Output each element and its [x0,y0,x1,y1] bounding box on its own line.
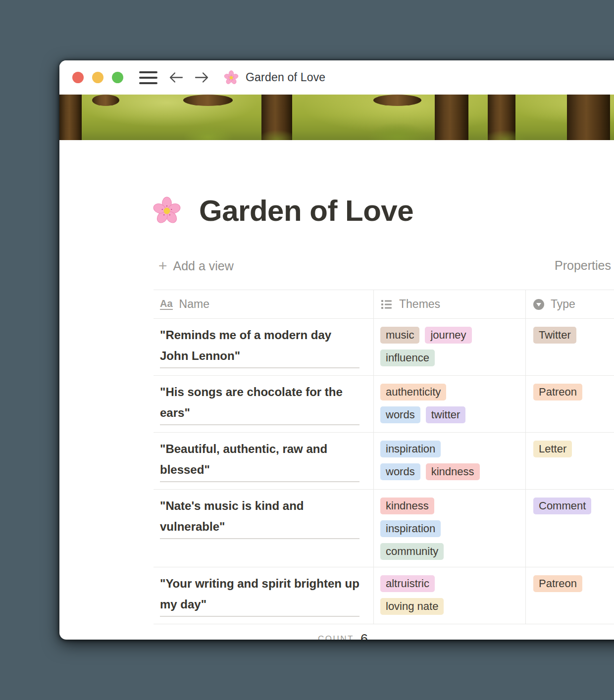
theme-tag: influence [380,350,435,366]
column-header-name[interactable]: Aa Name [154,290,374,318]
theme-tag: authenticity [380,384,446,400]
tag-line: loving nate [380,598,521,615]
view-toolbar: + Add a view Properties [154,254,614,277]
page-link[interactable]: "Nate's music is kind and vulnerable" [160,496,359,539]
add-view-button[interactable]: + Add a view [154,258,234,273]
cover-image [59,95,614,140]
notion-window: Garden of Love Garden of Love + Add a vi… [59,60,614,640]
table-row: "Your writing and spirit brighten up my … [154,567,614,624]
themes-cell[interactable]: authenticitywordstwitter [374,376,526,432]
tag-line: kindness [380,498,521,514]
tag-line: community [380,543,521,560]
cherry-blossom-icon [224,70,239,85]
count-label: COUNT [318,634,354,640]
theme-tag: words [380,463,420,480]
properties-button[interactable]: Properties [555,258,611,273]
database-table: Aa Name Themes Type "Reminds me of a mod… [154,290,614,640]
theme-tag: journey [425,327,471,344]
table-row: "His songs are chocolate for the ears"au… [154,376,614,433]
column-label: Name [179,298,209,311]
tag-line: wordstwitter [380,406,521,423]
plus-icon: + [158,258,167,273]
theme-tag: twitter [426,406,466,423]
tag-line: influence [380,350,521,366]
table-row: "Nate's music is kind and vulnerable"kin… [154,490,614,567]
name-cell[interactable]: "Beautiful, authentic, raw and blessed" [154,433,374,489]
theme-tag: kindness [426,463,480,480]
add-view-label: Add a view [173,259,234,273]
tag-line: inspiration [380,520,521,537]
zoom-button[interactable] [112,72,123,83]
type-tag: Patreon [533,384,582,400]
themes-cell[interactable]: kindnessinspirationcommunity [374,490,526,567]
type-tag: Comment [533,498,591,514]
name-cell[interactable]: "Nate's music is kind and vulnerable" [154,490,374,567]
theme-tag: community [380,543,444,560]
moss-texture [59,95,614,140]
name-cell[interactable]: "Reminds me of a modern day John Lennon" [154,319,374,375]
table-header-row: Aa Name Themes Type [154,290,614,319]
type-cell[interactable]: Patreon [526,376,614,432]
count-value: 6 [360,632,368,640]
themes-cell[interactable]: inspirationwordskindness [374,433,526,489]
theme-tag: inspiration [380,441,441,457]
select-dropdown-icon [533,299,544,310]
type-cell[interactable]: Comment [526,490,614,567]
type-tag: Twitter [533,327,576,344]
hamburger-menu-icon[interactable] [139,71,157,84]
forward-arrow-icon[interactable] [195,71,209,84]
tag-line: authenticity [380,384,521,400]
name-cell[interactable]: "His songs are chocolate for the ears" [154,376,374,432]
type-cell[interactable]: Twitter [526,319,614,375]
tag-line: inspiration [380,441,521,457]
page-link[interactable]: "Reminds me of a modern day John Lennon" [160,325,359,368]
themes-cell[interactable]: musicjourneyinfluence [374,319,526,375]
name-cell[interactable]: "Your writing and spirit brighten up my … [154,567,374,624]
page-title[interactable]: Garden of Love [199,194,413,228]
column-header-type[interactable]: Type [526,290,614,318]
back-arrow-icon[interactable] [169,71,183,84]
theme-tag: music [380,327,419,344]
themes-cell[interactable]: altruistricloving nate [374,567,526,624]
type-cell[interactable]: Patreon [526,567,614,624]
column-label: Type [551,298,575,311]
column-label: Themes [399,298,440,311]
tag-line: altruistric [380,575,521,592]
bulleted-list-icon [380,298,393,310]
page-link[interactable]: "His songs are chocolate for the ears" [160,382,359,425]
theme-tag: loving nate [380,598,444,615]
column-header-themes[interactable]: Themes [374,290,526,318]
table-rows: "Reminds me of a modern day John Lennon"… [154,319,614,624]
page-header: Garden of Love [154,194,614,228]
type-tag: Patreon [533,575,582,592]
type-cell[interactable]: Letter [526,433,614,489]
table-row: "Beautiful, authentic, raw and blessed"i… [154,433,614,490]
text-property-icon: Aa [160,299,173,310]
page-link[interactable]: "Beautiful, authentic, raw and blessed" [160,439,359,482]
window-titlebar: Garden of Love [59,60,614,95]
theme-tag: inspiration [380,520,441,537]
theme-tag: altruistric [380,575,435,592]
count-toggle[interactable]: COUNT 6 [154,624,374,640]
type-tag: Letter [533,441,572,457]
page-link[interactable]: "Your writing and spirit brighten up my … [160,573,359,617]
minimize-button[interactable] [92,72,103,83]
theme-tag: words [380,406,420,423]
tag-line: musicjourney [380,327,521,344]
traffic-lights [72,72,123,83]
titlebar-title: Garden of Love [246,71,325,84]
tag-line: wordskindness [380,463,521,480]
page-emoji-cherry-blossom-icon[interactable] [153,197,181,225]
close-button[interactable] [72,72,84,83]
theme-tag: kindness [380,498,434,514]
table-row: "Reminds me of a modern day John Lennon"… [154,319,614,376]
table-footer: COUNT 6 [154,624,614,640]
